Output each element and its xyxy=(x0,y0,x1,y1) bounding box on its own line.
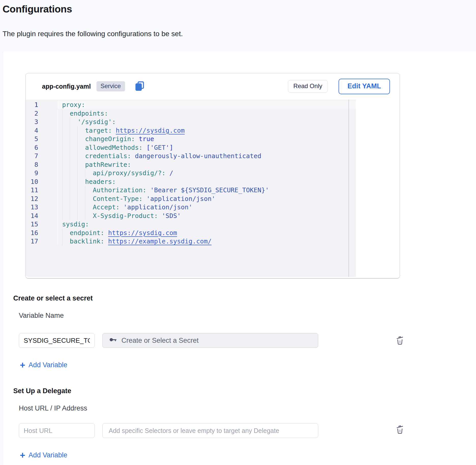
code-line-content: endpoint: https://sysdig.com xyxy=(58,229,356,237)
code-token-plain xyxy=(143,195,146,202)
code-token-key: '/sysdig': xyxy=(77,118,116,126)
code-line-content: pathRewrite: xyxy=(58,160,356,169)
code-token-key: allowedMethods: xyxy=(85,144,143,151)
indent-guide xyxy=(70,212,77,220)
code-line: 3'/sysdig': xyxy=(26,118,356,126)
add-variable-label: Add Variable xyxy=(29,451,67,459)
code-line-content: target: https://sysdig.com xyxy=(58,126,356,135)
secret-select[interactable]: Create or Select a Secret xyxy=(102,333,318,348)
edit-yaml-button[interactable]: Edit YAML xyxy=(339,79,390,94)
code-token-plain xyxy=(165,169,169,177)
indent-guide xyxy=(70,203,77,212)
code-token-key: Authorization: xyxy=(93,186,146,194)
line-number: 17 xyxy=(26,237,58,246)
code-line: 9api/proxy/sysdig/?: / xyxy=(26,169,356,177)
code-token-key: api/proxy/sysdig/?: xyxy=(93,169,165,177)
code-line-content: credentials: dangerously-allow-unauthent… xyxy=(58,152,356,160)
indent-guide xyxy=(70,118,77,126)
yaml-code-editor[interactable]: 1proxy:2endpoints:3'/sysdig':4target: ht… xyxy=(26,100,356,277)
line-number: 9 xyxy=(26,169,58,177)
indent-guide xyxy=(77,143,85,152)
code-line: 1proxy: xyxy=(26,101,356,109)
code-line: 15sysdig: xyxy=(26,220,356,229)
code-line: 5changeOrigin: true xyxy=(26,135,356,143)
editor-header: app-config.yaml Service Read Only Edit Y… xyxy=(26,73,400,99)
code-token-key: Content-Type: xyxy=(93,195,143,202)
line-number: 13 xyxy=(26,203,58,212)
code-line-content: Content-Type: 'application/json' xyxy=(58,195,356,203)
line-number: 7 xyxy=(26,152,58,160)
code-token-key: credentials: xyxy=(85,152,131,160)
line-number: 1 xyxy=(26,101,58,109)
variable-name-input[interactable] xyxy=(19,333,95,348)
code-line-content: proxy: xyxy=(58,101,356,109)
line-number: 5 xyxy=(26,135,58,143)
delete-delegate-button[interactable] xyxy=(394,424,406,435)
indent-guide xyxy=(85,169,93,177)
line-number: 12 xyxy=(26,195,58,203)
page-header: Configurations The plugin requires the f… xyxy=(0,0,476,51)
code-line-content: backlink: https://example.sysdig.com/ xyxy=(58,237,356,246)
code-line: 17backlink: https://example.sysdig.com/ xyxy=(26,237,356,246)
code-token-key: headers: xyxy=(85,178,116,185)
code-token-key: proxy: xyxy=(62,101,85,108)
indent-guide xyxy=(62,195,70,203)
read-only-badge: Read Only xyxy=(288,80,328,93)
indent-guide xyxy=(62,229,70,237)
code-token-plain xyxy=(131,152,135,160)
code-token-str: 'application/json' xyxy=(146,195,215,202)
indent-guide xyxy=(85,212,93,220)
code-token-plain xyxy=(120,203,123,211)
key-icon xyxy=(109,335,117,346)
indent-guide xyxy=(62,177,70,186)
delete-variable-button[interactable] xyxy=(394,335,406,346)
code-line: 2endpoints: xyxy=(26,109,356,118)
copy-button[interactable] xyxy=(134,80,146,92)
code-line: 7credentials: dangerously-allow-unauthen… xyxy=(26,152,356,160)
indent-guide xyxy=(62,126,70,135)
add-variable-button-secret[interactable]: + Add Variable xyxy=(20,361,67,369)
code-token-plain xyxy=(104,229,108,237)
indent-guide xyxy=(62,203,70,212)
line-number: 14 xyxy=(26,212,58,220)
secret-section-heading: Create or select a secret xyxy=(13,294,93,303)
line-number: 16 xyxy=(26,229,58,237)
code-token-key: changeOrigin: xyxy=(85,135,135,143)
code-line-content: endpoints: xyxy=(58,109,356,118)
host-url-label: Host URL / IP Address xyxy=(19,404,87,413)
indent-guide xyxy=(70,195,77,203)
indent-guide xyxy=(85,186,93,195)
indent-guide xyxy=(62,109,70,118)
file-name: app-config.yaml xyxy=(42,83,91,90)
code-token-plain xyxy=(112,127,116,134)
indent-guide xyxy=(62,118,70,126)
code-token-key: Accept: xyxy=(93,203,119,211)
code-line: 14X-Sysdig-Product: 'SDS' xyxy=(26,212,356,220)
code-token-str: 'SDS' xyxy=(162,212,181,220)
indent-guide xyxy=(70,143,77,152)
host-url-input[interactable] xyxy=(19,423,95,438)
indent-guide xyxy=(70,135,77,143)
indent-guide xyxy=(62,135,70,143)
code-token-atom: [ xyxy=(146,144,150,151)
plus-icon: + xyxy=(20,452,25,459)
trash-icon xyxy=(395,424,405,435)
delegate-selectors-input[interactable] xyxy=(102,423,318,438)
add-variable-button-delegate[interactable]: + Add Variable xyxy=(20,451,67,459)
code-token-key: endpoint: xyxy=(70,229,104,237)
code-token-plain xyxy=(104,238,108,245)
indent-guide xyxy=(77,212,85,220)
code-line-content: headers: xyxy=(58,177,356,186)
code-token-str: 'Bearer ${SYSDIG_SECURE_TOKEN}' xyxy=(150,186,269,194)
page-title: Configurations xyxy=(3,4,72,15)
indent-guide xyxy=(77,195,85,203)
code-token-key: pathRewrite: xyxy=(85,161,131,168)
code-line-content: X-Sysdig-Product: 'SDS' xyxy=(58,212,356,220)
indent-guide xyxy=(62,152,70,160)
indent-guide xyxy=(62,212,70,220)
code-line-content: allowedMethods: ['GET'] xyxy=(58,143,356,152)
code-line-content: Authorization: 'Bearer ${SYSDIG_SECURE_T… xyxy=(58,186,356,195)
code-line: 16endpoint: https://sysdig.com xyxy=(26,229,356,237)
service-badge: Service xyxy=(96,81,125,91)
line-number: 11 xyxy=(26,186,58,195)
